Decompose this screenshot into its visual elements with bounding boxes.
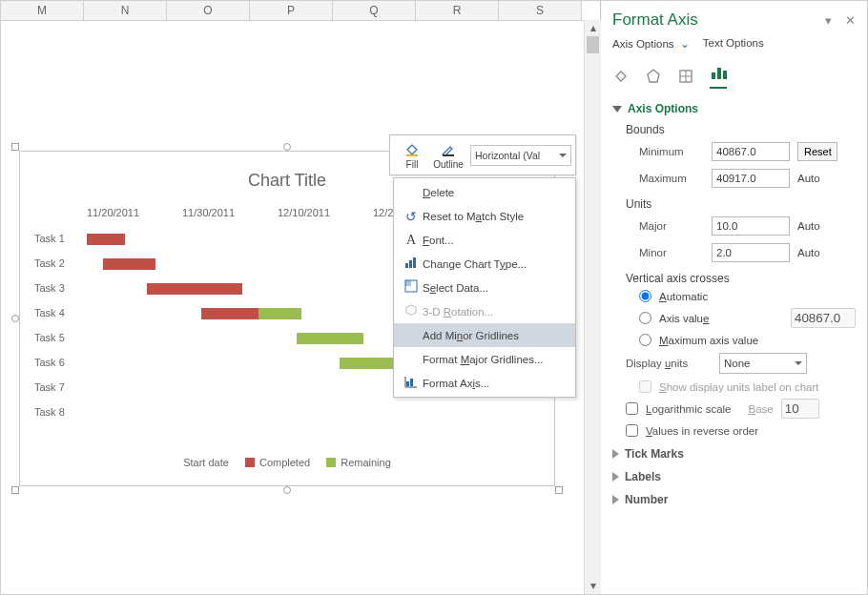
radio-crosses-automatic[interactable]: [639, 290, 651, 302]
scrollbar-vertical[interactable]: ▴ ▾: [584, 20, 601, 594]
resize-handle[interactable]: [283, 143, 291, 151]
bar-completed[interactable]: [147, 283, 242, 295]
svg-rect-15: [723, 71, 727, 79]
x-tick-label: 11/20/2011: [87, 207, 182, 224]
section-tick-marks[interactable]: Tick Marks: [612, 440, 856, 462]
svg-rect-13: [712, 72, 715, 79]
bar-remaining[interactable]: [258, 308, 301, 319]
y-category: Task 7: [34, 381, 77, 393]
menu-delete[interactable]: Delete: [394, 180, 575, 204]
chevron-right-icon: [612, 472, 619, 482]
rotation-icon: [400, 303, 423, 319]
menu-select-data[interactable]: Select Data...: [394, 276, 575, 299]
auto-label: Auto: [797, 173, 830, 184]
resize-handle[interactable]: [11, 143, 19, 151]
pane-title: Format Axis: [612, 10, 812, 30]
svg-rect-8: [410, 379, 413, 386]
menu-add-minor-gridlines[interactable]: Add Minor Gridlines: [394, 323, 575, 347]
scroll-down-icon[interactable]: ▾: [585, 578, 601, 594]
size-properties-icon[interactable]: [677, 68, 694, 85]
bar-completed[interactable]: [201, 308, 258, 319]
svg-rect-0: [406, 154, 418, 156]
menu-format-axis[interactable]: Format Axis...: [394, 371, 575, 395]
menu-font[interactable]: AFont...: [394, 228, 575, 252]
axis-options-icon[interactable]: [710, 64, 727, 89]
y-category: Task 5: [34, 332, 77, 343]
col-N[interactable]: N: [84, 1, 167, 20]
chevron-right-icon: [612, 495, 619, 504]
outline-button[interactable]: Outline: [430, 141, 466, 170]
fill-label: Fill: [406, 159, 419, 170]
pane-options-icon[interactable]: ▾: [825, 13, 832, 28]
close-icon[interactable]: ✕: [845, 13, 856, 28]
input-minor-unit[interactable]: [712, 243, 790, 262]
section-labels[interactable]: Labels: [612, 462, 856, 485]
label-maximum: Maximum: [639, 173, 704, 184]
col-P[interactable]: P: [250, 1, 333, 20]
fill-line-icon[interactable]: [612, 68, 630, 85]
chk-log-scale[interactable]: [626, 402, 638, 415]
y-category: Task 6: [34, 357, 77, 368]
resize-handle[interactable]: [11, 315, 19, 322]
scroll-thumb[interactable]: [587, 36, 599, 53]
col-Q[interactable]: Q: [333, 1, 416, 20]
chart-element-dropdown[interactable]: Horizontal (Val: [470, 145, 571, 166]
scroll-up-icon[interactable]: ▴: [585, 20, 601, 36]
radio-crosses-maximum[interactable]: [639, 334, 651, 346]
col-O[interactable]: O: [167, 1, 250, 20]
font-icon: A: [400, 233, 423, 248]
paint-bucket-icon: [394, 141, 430, 158]
resize-handle[interactable]: [555, 486, 563, 494]
worksheet-area: M N O P Q R S ▴ ▾: [1, 1, 600, 594]
chart-legend[interactable]: Start date Completed Remaining: [20, 456, 554, 468]
section-axis-options[interactable]: Axis Options: [612, 94, 856, 117]
mini-toolbar: Fill Outline Horizontal (Val: [389, 134, 576, 175]
y-category: Task 1: [34, 233, 77, 244]
input-maximum[interactable]: [712, 169, 790, 188]
menu-format-major-gridlines[interactable]: Format Major Gridlines...: [394, 347, 575, 371]
effects-icon[interactable]: [645, 68, 662, 85]
col-R[interactable]: R: [416, 1, 499, 20]
menu-3d-rotation: 3-D Rotation...: [394, 299, 575, 323]
subhead-units: Units: [612, 192, 856, 213]
menu-reset-style[interactable]: ↺Reset to Match Style: [394, 204, 575, 228]
radio-crosses-axis-value[interactable]: [639, 312, 651, 324]
label-base: Base: [749, 403, 774, 415]
legend-start: Start date: [183, 457, 229, 468]
svg-rect-6: [405, 280, 411, 286]
tab-axis-label: Axis Options: [612, 38, 674, 50]
label-display-units: Display units: [626, 358, 712, 369]
menu-change-chart-type[interactable]: Change Chart Type...: [394, 252, 575, 276]
bar-remaining[interactable]: [297, 333, 363, 344]
y-category: Task 2: [34, 257, 77, 269]
fill-button[interactable]: Fill: [394, 141, 430, 170]
legend-swatch-completed: [245, 458, 255, 467]
tab-axis-options[interactable]: Axis Options ⌄: [612, 37, 690, 54]
input-major-unit[interactable]: [712, 216, 790, 236]
resize-handle[interactable]: [283, 486, 291, 494]
label-minimum: Minimum: [639, 146, 704, 157]
legend-remaining: Remaining: [341, 457, 391, 468]
col-S[interactable]: S: [499, 1, 582, 20]
reset-button[interactable]: Reset: [797, 142, 837, 161]
bar-remaining[interactable]: [340, 358, 397, 369]
svg-rect-2: [405, 263, 408, 268]
chk-values-reverse[interactable]: [626, 424, 638, 437]
chevron-down-icon: ⌄: [677, 38, 690, 50]
col-M[interactable]: M: [1, 1, 84, 20]
svg-rect-3: [409, 260, 412, 268]
subhead-axis-crosses: Vertical axis crosses: [612, 266, 856, 287]
svg-rect-1: [443, 154, 454, 156]
resize-handle[interactable]: [11, 486, 19, 494]
chart-type-icon: [400, 256, 423, 272]
bar-completed[interactable]: [103, 258, 155, 270]
auto-label: Auto: [797, 247, 830, 258]
dropdown-display-units[interactable]: None: [719, 353, 807, 374]
tab-text-options[interactable]: Text Options: [703, 37, 764, 54]
legend-completed: Completed: [259, 457, 310, 468]
auto-label: Auto: [797, 220, 830, 232]
bar-completed[interactable]: [87, 234, 125, 245]
section-number[interactable]: Number: [612, 485, 856, 508]
svg-rect-4: [413, 257, 416, 268]
input-minimum[interactable]: [712, 142, 790, 161]
